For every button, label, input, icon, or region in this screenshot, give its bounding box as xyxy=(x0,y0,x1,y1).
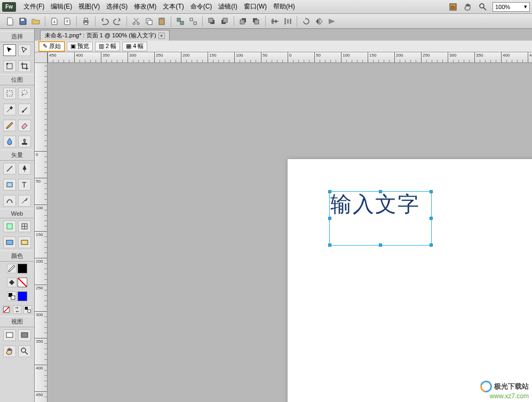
canvas[interactable]: 输入文字 xyxy=(288,159,532,402)
import-button[interactable] xyxy=(49,15,60,27)
svg-rect-14 xyxy=(177,18,180,21)
color-mode-icon[interactable] xyxy=(23,305,32,314)
show-slice-tool[interactable] xyxy=(18,237,31,248)
svg-line-37 xyxy=(7,166,12,171)
cut-button[interactable] xyxy=(130,15,142,27)
handle-top-mid[interactable] xyxy=(379,190,382,193)
handle-mid-right[interactable] xyxy=(430,217,433,220)
fullscreen-tool[interactable] xyxy=(18,329,31,341)
view-2up-label: 2 幅 xyxy=(106,42,116,50)
ruler-vertical[interactable]: 050100150200250300350400450 xyxy=(35,63,47,402)
distribute-button[interactable] xyxy=(282,15,293,27)
screen-mode-tool[interactable] xyxy=(3,329,16,341)
text-tool[interactable]: T xyxy=(18,179,31,191)
menu-filters[interactable]: 滤镜(I) xyxy=(215,2,240,11)
handle-mid-left[interactable] xyxy=(328,217,331,220)
hand-tool[interactable] xyxy=(3,345,16,357)
stroke-color-swatch[interactable] xyxy=(18,264,27,273)
menu-modify[interactable]: 修改(M) xyxy=(131,2,160,11)
document-tab[interactable]: 未命名-1.png* : 页面 1 @ 100% (输入文字) × xyxy=(40,30,170,41)
slice-tool[interactable] xyxy=(18,220,31,232)
align-button[interactable] xyxy=(269,15,281,27)
menu-help[interactable]: 帮助(H) xyxy=(270,2,298,11)
pointer-tool[interactable] xyxy=(3,44,16,56)
pencil-tool[interactable] xyxy=(3,120,16,131)
brush-tool[interactable] xyxy=(18,104,31,115)
menu-file[interactable]: 文件(F) xyxy=(20,2,47,11)
view-original-button[interactable]: ✎原始 xyxy=(39,42,65,51)
menu-text[interactable]: 文本(T) xyxy=(160,2,187,11)
handle-bot-right[interactable] xyxy=(430,243,433,247)
tab-bar: 未命名-1.png* : 页面 1 @ 100% (输入文字) × xyxy=(35,29,532,41)
canvas-background[interactable]: 输入文字 xyxy=(47,63,532,402)
swap-icon[interactable] xyxy=(13,305,21,314)
handle-top-right[interactable] xyxy=(430,190,433,193)
print-button[interactable] xyxy=(80,15,92,27)
marquee-tool[interactable] xyxy=(3,88,16,99)
fill-bucket[interactable] xyxy=(7,278,17,287)
menu-commands[interactable]: 命令(C) xyxy=(187,2,216,11)
menu-view[interactable]: 视图(V) xyxy=(75,2,103,11)
export-button[interactable] xyxy=(61,15,73,27)
bridge-icon[interactable]: Br xyxy=(448,2,458,12)
svg-rect-34 xyxy=(7,91,12,96)
menu-window[interactable]: 窗口(W) xyxy=(241,2,270,11)
handle-top-left[interactable] xyxy=(328,190,331,193)
tab-close-icon[interactable]: × xyxy=(158,33,165,39)
magic-wand-tool[interactable] xyxy=(3,104,16,115)
scale-tool[interactable] xyxy=(3,60,16,72)
send-back-button[interactable] xyxy=(250,15,262,27)
svg-rect-4 xyxy=(21,19,24,21)
hotspot-tool[interactable] xyxy=(3,220,16,232)
freeform-tool[interactable] xyxy=(3,195,16,207)
menu-bar: Fw 文件(F) 编辑(E) 视图(V) 选择(S) 修改(M) 文本(T) 命… xyxy=(0,0,532,14)
text-object[interactable]: 输入文字 xyxy=(330,192,431,245)
svg-text:Br: Br xyxy=(451,5,456,10)
ruler-horizontal[interactable]: 4504003503002502001501005005010015020025… xyxy=(47,52,532,63)
line-tool[interactable] xyxy=(3,163,16,175)
tool-group-bitmap: 位图 xyxy=(0,74,34,85)
view-4up-button[interactable]: ▦4 幅 xyxy=(122,42,147,51)
handle-bot-mid[interactable] xyxy=(379,243,382,247)
knife-tool[interactable] xyxy=(18,195,31,207)
default-colors[interactable] xyxy=(7,291,17,301)
send-backward-button[interactable] xyxy=(237,15,249,27)
pen-tool[interactable] xyxy=(18,163,31,175)
rectangle-tool[interactable] xyxy=(3,179,16,191)
eraser-tool[interactable] xyxy=(18,120,31,131)
stamp-tool[interactable] xyxy=(18,136,31,147)
search-icon[interactable] xyxy=(478,2,488,12)
menu-select[interactable]: 选择(S) xyxy=(103,2,131,11)
paste-button[interactable] xyxy=(156,15,168,27)
menu-edit[interactable]: 编辑(E) xyxy=(47,2,75,11)
no-color-icon[interactable] xyxy=(2,305,11,314)
hand-icon[interactable] xyxy=(463,2,473,12)
save-button[interactable] xyxy=(17,15,29,27)
view-preview-button[interactable]: ▣预览 xyxy=(67,42,93,51)
fill-color-swatch[interactable] xyxy=(18,278,27,287)
bring-front-button[interactable] xyxy=(206,15,218,27)
rotate-button[interactable] xyxy=(300,15,312,27)
group-button[interactable] xyxy=(174,15,186,27)
flip-v-button[interactable] xyxy=(326,15,338,27)
stroke-eyedropper[interactable] xyxy=(7,264,17,273)
undo-button[interactable] xyxy=(99,15,110,27)
swap-colors-swatch[interactable] xyxy=(18,291,27,301)
zoom-select[interactable]: 100%▾ xyxy=(493,2,530,12)
svg-rect-29 xyxy=(284,18,286,25)
blur-tool[interactable] xyxy=(3,136,16,147)
view-2up-button[interactable]: ▥2 幅 xyxy=(95,42,120,51)
redo-button[interactable] xyxy=(112,15,123,27)
handle-bot-left[interactable] xyxy=(328,243,331,247)
zoom-tool[interactable] xyxy=(18,345,31,357)
open-button[interactable] xyxy=(30,15,42,27)
bring-forward-button[interactable] xyxy=(219,15,231,27)
flip-h-button[interactable] xyxy=(313,15,325,27)
subselect-tool[interactable] xyxy=(18,44,31,56)
new-file-button[interactable] xyxy=(4,15,16,27)
lasso-tool[interactable] xyxy=(18,88,31,99)
ungroup-button[interactable] xyxy=(187,15,199,27)
copy-button[interactable] xyxy=(143,15,155,27)
crop-tool[interactable] xyxy=(18,60,31,72)
hide-slice-tool[interactable] xyxy=(3,237,16,248)
